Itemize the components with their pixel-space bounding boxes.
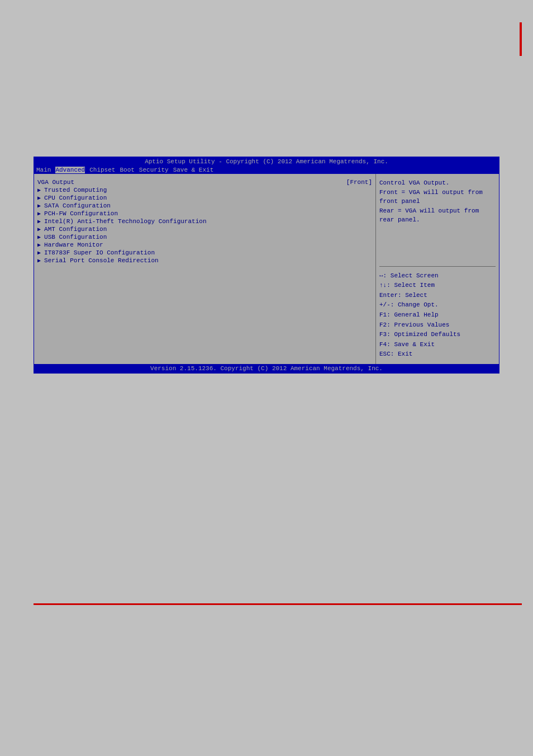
sata-config-label: SATA Configuration — [44, 202, 111, 209]
serial-port-label: Serial Port Console Redirection — [44, 257, 159, 264]
top-red-bar — [520, 22, 522, 56]
list-item[interactable]: IT8783F Super IO Configuration — [37, 249, 372, 257]
usb-config-label: USB Configuration — [44, 234, 107, 240]
help-line-1: Control VGA Output. — [379, 178, 496, 188]
key-f1: F1: General Help — [379, 310, 496, 320]
bios-window: Aptio Setup Utility - Copyright (C) 2012… — [34, 157, 499, 374]
footer-text: Version 2.15.1236. Copyright (C) 2012 Am… — [150, 365, 383, 372]
help-line-4: Rear = VGA will output from — [379, 206, 496, 216]
help-text-area: Control VGA Output. Front = VGA will out… — [379, 178, 496, 262]
bios-titlebar: Aptio Setup Utility - Copyright (C) 2012… — [34, 157, 499, 166]
list-item[interactable]: Serial Port Console Redirection — [37, 257, 372, 264]
hardware-monitor-label: Hardware Monitor — [44, 242, 103, 248]
intel-antitheft-label: Intel(R) Anti-Theft Technology Configura… — [44, 218, 206, 225]
list-item[interactable]: Intel(R) Anti-Theft Technology Configura… — [37, 218, 372, 225]
key-change-opt: +/-: Change Opt. — [379, 300, 496, 310]
help-line-3: front panel — [379, 197, 496, 206]
list-item[interactable]: AMT Configuration — [37, 225, 372, 233]
list-item[interactable]: PCH-FW Configuration — [37, 210, 372, 218]
key-f2: F2: Previous Values — [379, 320, 496, 330]
cpu-config-label: CPU Configuration — [44, 195, 107, 201]
list-item[interactable]: Hardware Monitor — [37, 241, 372, 249]
menu-save-exit[interactable]: Save & Exit — [173, 167, 214, 173]
menu-boot[interactable]: Boot — [120, 167, 134, 173]
bottom-red-bar — [34, 603, 522, 605]
key-enter: Enter: Select — [379, 291, 496, 301]
right-panel-divider — [379, 266, 496, 267]
trusted-computing-label: Trusted Computing — [44, 187, 107, 193]
help-line-2: Front = VGA will output from — [379, 188, 496, 197]
list-item[interactable]: USB Configuration — [37, 233, 372, 241]
menu-main[interactable]: Main — [36, 167, 51, 173]
list-item[interactable]: SATA Configuration — [37, 202, 372, 210]
bios-right-panel: Control VGA Output. Front = VGA will out… — [376, 174, 499, 364]
key-select-item: ↑↓: Select Item — [379, 281, 496, 291]
bios-title: Aptio Setup Utility - Copyright (C) 2012… — [145, 158, 388, 165]
list-item[interactable]: CPU Configuration — [37, 194, 372, 202]
bios-left-panel: VGA Output [Front] Trusted Computing CPU… — [34, 174, 376, 364]
list-item[interactable]: Trusted Computing — [37, 186, 372, 194]
menu-chipset[interactable]: Chipset — [89, 167, 115, 173]
bios-footer: Version 2.15.1236. Copyright (C) 2012 Am… — [34, 364, 499, 373]
it8783f-label: IT8783F Super IO Configuration — [44, 249, 155, 256]
bios-content: VGA Output [Front] Trusted Computing CPU… — [34, 174, 499, 364]
key-f3: F3: Optimized Defaults — [379, 330, 496, 340]
key-f4: F4: Save & Exit — [379, 340, 496, 350]
key-help-area: ↔: Select Screen ↑↓: Select Item Enter: … — [379, 271, 496, 360]
vga-output-value: [Front] — [346, 179, 372, 186]
list-item[interactable]: VGA Output [Front] — [37, 178, 372, 186]
amt-config-label: AMT Configuration — [44, 226, 107, 233]
menu-advanced[interactable]: Advanced — [55, 167, 85, 173]
bios-menubar: Main Advanced Chipset Boot Security Save… — [34, 166, 499, 174]
key-select-screen: ↔: Select Screen — [379, 271, 496, 281]
help-line-5: rear panel. — [379, 215, 496, 225]
vga-output-label: VGA Output — [37, 179, 74, 186]
menu-security[interactable]: Security — [139, 167, 169, 173]
key-esc: ESC: Exit — [379, 349, 496, 360]
pch-fw-config-label: PCH-FW Configuration — [44, 210, 118, 217]
